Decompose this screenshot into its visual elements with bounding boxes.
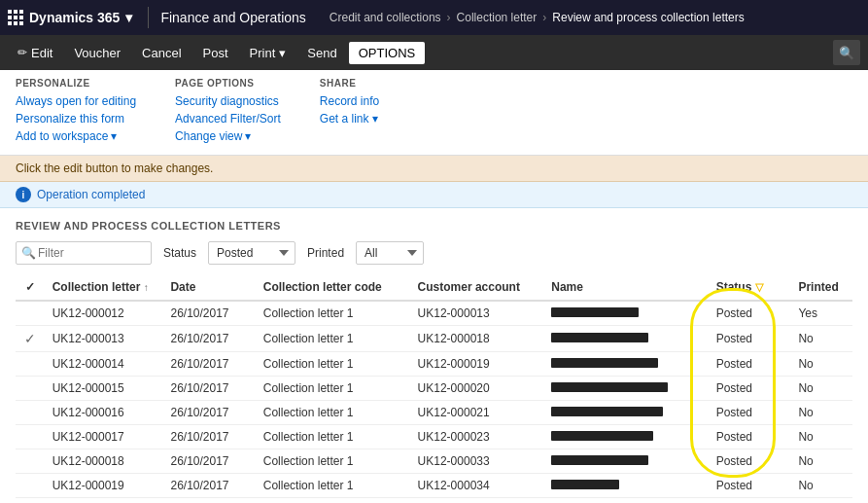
col-header-letter[interactable]: Collection letter ↑ [45,274,163,301]
send-label: Send [307,46,336,60]
table-header-row: ✓ Collection letter ↑ Date Collection le… [16,274,852,301]
options-button[interactable]: OPTIONS [349,42,426,64]
table-row[interactable]: UK12-00001626/10/2017Collection letter 1… [16,401,852,425]
row-date-cell: 26/10/2017 [162,474,255,498]
row-letter-cell: UK12-000013 [45,326,163,352]
row-check-cell[interactable] [16,474,45,498]
breadcrumb-item-1[interactable]: Credit and collections [330,11,441,24]
print-button[interactable]: Print ▾ [240,42,296,64]
row-account-cell: UK12-000021 [410,401,544,425]
row-code-cell: Collection letter 1 [256,474,410,498]
status-filter-select[interactable]: Posted Draft All [208,241,295,265]
row-code-cell: Collection letter 1 [256,449,410,474]
filter-search-icon: 🔍 [21,246,36,260]
row-check-cell[interactable]: ✓ [16,326,45,352]
row-status-cell: Posted [709,425,791,449]
waffle-icon[interactable] [8,10,23,25]
toolbar: ✏ Edit Voucher Cancel Post Print ▾ Send … [0,35,868,70]
record-info-link[interactable]: Record info [320,94,379,108]
col-header-account[interactable]: Customer account [410,274,544,301]
printed-filter-label: Printed [307,246,344,260]
row-date-cell: 26/10/2017 [162,425,255,449]
table-row[interactable]: UK12-00001826/10/2017Collection letter 1… [16,449,852,474]
top-nav: Dynamics 365 ▾ Finance and Operations Cr… [0,0,868,35]
change-view-arrow-icon: ▾ [245,129,251,143]
row-date-cell: 26/10/2017 [162,449,255,474]
col-header-name[interactable]: Name [543,274,708,301]
table-row[interactable]: UK12-00001226/10/2017Collection letter 1… [16,301,852,326]
col-account-label: Customer account [418,280,520,294]
cancel-label: Cancel [142,46,181,60]
row-name-cell [543,301,708,326]
section-title: REVIEW AND PROCESS COLLECTION LETTERS [16,220,852,232]
row-code-cell: Collection letter 1 [256,401,410,425]
share-links: Record info Get a link ▾ [320,94,379,126]
get-link-arrow-icon: ▾ [372,112,378,126]
row-check-cell[interactable] [16,377,45,401]
row-code-cell: Collection letter 1 [256,377,410,401]
row-check-cell[interactable] [16,449,45,474]
page-options-links: Security diagnostics Advanced Filter/Sor… [175,94,281,143]
table-row[interactable]: UK12-00001426/10/2017Collection letter 1… [16,352,852,377]
get-link-link[interactable]: Get a link ▾ [320,112,379,126]
send-button[interactable]: Send [297,42,346,64]
col-header-status[interactable]: Status ▽ [709,274,791,301]
brand[interactable]: Dynamics 365 ▾ [8,10,144,25]
row-code-cell: Collection letter 1 [256,301,410,326]
options-group-page: PAGE OPTIONS Security diagnostics Advanc… [175,78,281,143]
row-printed-cell: Yes [790,301,852,326]
row-code-cell: Collection letter 1 [256,352,410,377]
breadcrumb-sep-2: › [542,11,546,24]
row-date-cell: 26/10/2017 [162,352,255,377]
options-group-personalize: PERSONALIZE Always open for editing Pers… [16,78,136,143]
row-printed-cell: No [790,326,852,352]
table-row[interactable]: UK12-00001526/10/2017Collection letter 1… [16,377,852,401]
row-check-cell[interactable] [16,401,45,425]
always-open-editing-link[interactable]: Always open for editing [16,94,136,108]
app-name: Finance and Operations [153,10,313,25]
status-filter-icon[interactable]: ▽ [755,281,763,293]
change-view-link[interactable]: Change view ▾ [175,129,281,143]
row-check-cell[interactable] [16,301,45,326]
redacted-name-bar [551,455,648,465]
row-date-cell: 26/10/2017 [162,326,255,352]
redacted-name-bar [551,480,619,489]
toolbar-search-button[interactable]: 🔍 [833,40,860,65]
success-notification-text: Operation completed [37,188,145,201]
filter-input-wrap: 🔍 [16,241,152,265]
col-header-printed[interactable]: Printed [790,274,852,301]
table-row[interactable]: UK12-00001926/10/2017Collection letter 1… [16,474,852,498]
filter-bar: 🔍 Status Posted Draft All Printed All Ye… [16,241,852,265]
redacted-name-bar [551,358,658,368]
filter-input[interactable] [16,241,152,265]
checkmark-icon: ✓ [25,280,35,294]
brand-dropdown-icon[interactable]: ▾ [125,10,132,25]
row-check-cell[interactable] [16,352,45,377]
edit-button[interactable]: ✏ Edit [8,42,62,64]
col-header-date[interactable]: Date [162,274,255,301]
row-printed-cell: No [790,425,852,449]
printed-filter-select[interactable]: All Yes No [356,241,424,265]
col-header-code[interactable]: Collection letter code [256,274,410,301]
personalize-form-link[interactable]: Personalize this form [16,112,136,126]
table-body: UK12-00001226/10/2017Collection letter 1… [16,301,852,498]
security-diagnostics-link[interactable]: Security diagnostics [175,94,281,108]
edit-notification: Click the edit button to make changes. [0,156,868,182]
row-check-cell[interactable] [16,425,45,449]
table-row[interactable]: UK12-00001726/10/2017Collection letter 1… [16,425,852,449]
advanced-filter-link[interactable]: Advanced Filter/Sort [175,112,281,126]
col-name-label: Name [551,280,583,294]
cancel-button[interactable]: Cancel [132,42,191,64]
row-account-cell: UK12-000023 [410,425,544,449]
brand-name: Dynamics 365 [29,10,120,25]
row-status-cell: Posted [709,449,791,474]
row-letter-cell: UK12-000019 [45,474,163,498]
breadcrumb-item-2[interactable]: Collection letter [457,11,538,24]
table-row[interactable]: ✓UK12-00001326/10/2017Collection letter … [16,326,852,352]
row-name-cell [543,425,708,449]
add-workspace-link[interactable]: Add to workspace ▾ [16,129,136,143]
post-button[interactable]: Post [193,42,238,64]
redacted-name-bar [551,382,668,392]
voucher-button[interactable]: Voucher [64,42,130,64]
sort-asc-icon[interactable]: ↑ [144,282,149,293]
